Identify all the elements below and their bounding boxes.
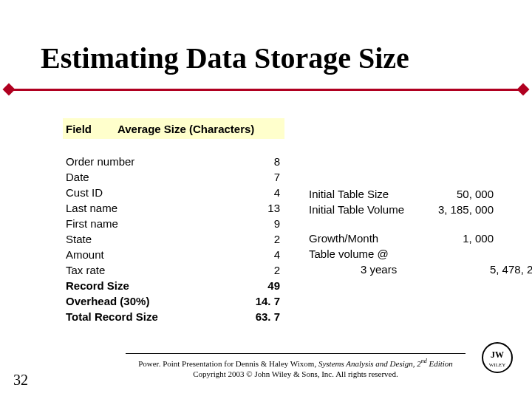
field-name: Tax rate [66,262,250,278]
field-value: 2 [250,262,280,278]
footer-text: Power. Point Presentation for Dennis & H… [126,356,466,379]
field-name: Amount [66,247,250,262]
field-value: 4 [250,185,280,200]
summary-row: Initial Table Size50, 000 [309,186,532,202]
summary-row: Initial Table Volume3, 185, 000 [309,202,532,217]
field-name: Order number [66,154,250,169]
field-value: 4 [250,247,280,262]
field-name: State [66,231,250,247]
table-header-avg: Average Size (Characters) [110,123,284,135]
field-value: 49 [250,278,280,293]
field-name: Last name [66,200,250,216]
field-name: Total Record Size [66,309,250,324]
field-value: 2 [250,231,280,247]
summary-value: 5, 478, 200 [479,262,532,277]
table-row: Record Size49 [66,278,280,293]
summary-value: 3, 185, 000 [427,202,494,217]
summary-value [427,246,494,262]
spacer [309,217,532,231]
table-row: State2 [66,231,280,247]
table-row: Amount4 [66,247,280,262]
field-value: 63. 7 [250,309,280,324]
summary-row: 3 years5, 478, 200 [309,262,532,277]
summary-value: 1, 000 [427,231,494,246]
field-value: 14. 7 [250,293,280,309]
field-list: Order number8 Date7 Cust ID4 Last name13… [66,154,280,324]
summary-label: Initial Table Volume [309,202,427,217]
table-row: Order number8 [66,154,280,169]
page-number: 32 [13,372,28,389]
page-title: Estimating Data Storage Size [41,41,409,75]
field-name: First name [66,216,250,231]
svg-text:JW: JW [491,349,504,360]
table-row: Total Record Size63. 7 [66,309,280,324]
footer-line1b: Systems Analysis and Design, 2 [318,359,421,368]
footer-line2: Copyright 2003 © John Wiley & Sons, Inc.… [193,369,398,378]
field-value: 8 [250,154,280,169]
table-row: Tax rate2 [66,262,280,278]
field-name: Date [66,169,250,185]
field-value: 13 [250,200,280,216]
rule-diamond-left [3,83,16,96]
field-value: 9 [250,216,280,231]
summary-block: Initial Table Size50, 000 Initial Table … [309,186,532,277]
table-header-field: Field [63,123,110,135]
summary-label: Table volume @ [309,246,427,262]
publisher-logo-icon: JW WILEY [481,341,514,374]
table-row: Cust ID4 [66,185,280,200]
footer-rule [126,353,466,354]
table-header: Field Average Size (Characters) [63,118,284,139]
svg-text:WILEY: WILEY [489,362,506,368]
summary-label: 3 years [309,262,479,277]
slide: Estimating Data Storage Size Field Avera… [0,0,532,399]
table-row: Overhead (30%)14. 7 [66,293,280,309]
wiley-logo: JW WILEY [481,341,514,377]
summary-row: Growth/Month1, 000 [309,231,532,246]
table-row: First name9 [66,216,280,231]
table-row: Last name13 [66,200,280,216]
field-name: Overhead (30%) [66,293,250,309]
title-rule [7,89,525,91]
footer-line1d: Edition [427,359,453,368]
field-value: 7 [250,169,280,185]
summary-value: 50, 000 [427,186,494,202]
field-name: Record Size [66,278,250,293]
rule-diamond-right [517,83,530,96]
footer-line1a: Power. Point Presentation for Dennis & H… [138,359,318,368]
field-name: Cust ID [66,185,250,200]
summary-label: Growth/Month [309,231,427,246]
summary-label: Initial Table Size [309,186,427,202]
footer-line1c: nd [421,358,427,364]
summary-row: Table volume @ [309,246,532,262]
table-row: Date7 [66,169,280,185]
